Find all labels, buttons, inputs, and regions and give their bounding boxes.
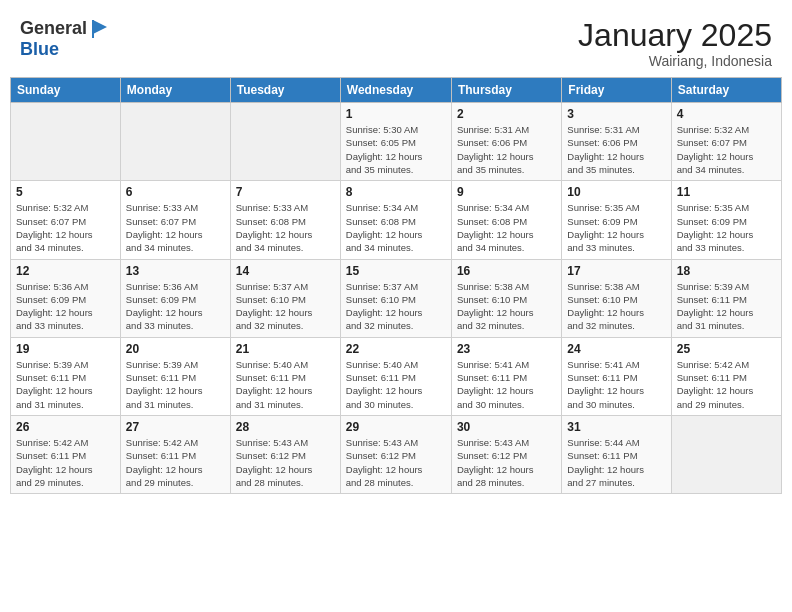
day-number: 10: [567, 185, 665, 199]
calendar-cell: 24Sunrise: 5:41 AMSunset: 6:11 PMDayligh…: [562, 337, 671, 415]
weekday-header-wednesday: Wednesday: [340, 78, 451, 103]
calendar-cell: [230, 103, 340, 181]
day-number: 14: [236, 264, 335, 278]
day-number: 23: [457, 342, 556, 356]
day-info: Sunrise: 5:36 AMSunset: 6:09 PMDaylight:…: [126, 280, 225, 333]
calendar-cell: 21Sunrise: 5:40 AMSunset: 6:11 PMDayligh…: [230, 337, 340, 415]
day-number: 13: [126, 264, 225, 278]
day-number: 2: [457, 107, 556, 121]
day-number: 26: [16, 420, 115, 434]
day-info: Sunrise: 5:32 AMSunset: 6:07 PMDaylight:…: [16, 201, 115, 254]
day-info: Sunrise: 5:30 AMSunset: 6:05 PMDaylight:…: [346, 123, 446, 176]
day-number: 25: [677, 342, 776, 356]
weekday-header-monday: Monday: [120, 78, 230, 103]
day-number: 8: [346, 185, 446, 199]
day-number: 20: [126, 342, 225, 356]
day-info: Sunrise: 5:39 AMSunset: 6:11 PMDaylight:…: [16, 358, 115, 411]
day-info: Sunrise: 5:39 AMSunset: 6:11 PMDaylight:…: [677, 280, 776, 333]
logo-flag-icon: [89, 18, 111, 40]
calendar-week-3: 12Sunrise: 5:36 AMSunset: 6:09 PMDayligh…: [11, 259, 782, 337]
calendar-week-5: 26Sunrise: 5:42 AMSunset: 6:11 PMDayligh…: [11, 415, 782, 493]
day-number: 5: [16, 185, 115, 199]
day-number: 21: [236, 342, 335, 356]
logo-blue: Blue: [20, 39, 59, 59]
calendar-cell: 4Sunrise: 5:32 AMSunset: 6:07 PMDaylight…: [671, 103, 781, 181]
calendar-cell: 28Sunrise: 5:43 AMSunset: 6:12 PMDayligh…: [230, 415, 340, 493]
day-number: 15: [346, 264, 446, 278]
day-number: 19: [16, 342, 115, 356]
day-number: 4: [677, 107, 776, 121]
calendar-cell: 16Sunrise: 5:38 AMSunset: 6:10 PMDayligh…: [451, 259, 561, 337]
calendar-cell: 14Sunrise: 5:37 AMSunset: 6:10 PMDayligh…: [230, 259, 340, 337]
day-info: Sunrise: 5:41 AMSunset: 6:11 PMDaylight:…: [567, 358, 665, 411]
day-info: Sunrise: 5:32 AMSunset: 6:07 PMDaylight:…: [677, 123, 776, 176]
day-info: Sunrise: 5:40 AMSunset: 6:11 PMDaylight:…: [236, 358, 335, 411]
calendar-week-2: 5Sunrise: 5:32 AMSunset: 6:07 PMDaylight…: [11, 181, 782, 259]
calendar-cell: 17Sunrise: 5:38 AMSunset: 6:10 PMDayligh…: [562, 259, 671, 337]
day-number: 16: [457, 264, 556, 278]
day-number: 12: [16, 264, 115, 278]
calendar-cell: [671, 415, 781, 493]
calendar-cell: 5Sunrise: 5:32 AMSunset: 6:07 PMDaylight…: [11, 181, 121, 259]
calendar-title: January 2025: [578, 18, 772, 53]
day-info: Sunrise: 5:37 AMSunset: 6:10 PMDaylight:…: [346, 280, 446, 333]
day-number: 27: [126, 420, 225, 434]
calendar-cell: 27Sunrise: 5:42 AMSunset: 6:11 PMDayligh…: [120, 415, 230, 493]
day-info: Sunrise: 5:43 AMSunset: 6:12 PMDaylight:…: [457, 436, 556, 489]
calendar-cell: 20Sunrise: 5:39 AMSunset: 6:11 PMDayligh…: [120, 337, 230, 415]
day-info: Sunrise: 5:31 AMSunset: 6:06 PMDaylight:…: [567, 123, 665, 176]
calendar-cell: 11Sunrise: 5:35 AMSunset: 6:09 PMDayligh…: [671, 181, 781, 259]
day-info: Sunrise: 5:31 AMSunset: 6:06 PMDaylight:…: [457, 123, 556, 176]
day-info: Sunrise: 5:34 AMSunset: 6:08 PMDaylight:…: [346, 201, 446, 254]
day-info: Sunrise: 5:35 AMSunset: 6:09 PMDaylight:…: [677, 201, 776, 254]
day-number: 3: [567, 107, 665, 121]
calendar-table: SundayMondayTuesdayWednesdayThursdayFrid…: [10, 77, 782, 494]
calendar-cell: 22Sunrise: 5:40 AMSunset: 6:11 PMDayligh…: [340, 337, 451, 415]
calendar-cell: [120, 103, 230, 181]
weekday-header-thursday: Thursday: [451, 78, 561, 103]
calendar-cell: 18Sunrise: 5:39 AMSunset: 6:11 PMDayligh…: [671, 259, 781, 337]
calendar-cell: 10Sunrise: 5:35 AMSunset: 6:09 PMDayligh…: [562, 181, 671, 259]
day-number: 1: [346, 107, 446, 121]
day-info: Sunrise: 5:42 AMSunset: 6:11 PMDaylight:…: [126, 436, 225, 489]
day-info: Sunrise: 5:35 AMSunset: 6:09 PMDaylight:…: [567, 201, 665, 254]
day-number: 11: [677, 185, 776, 199]
day-info: Sunrise: 5:37 AMSunset: 6:10 PMDaylight:…: [236, 280, 335, 333]
calendar-cell: 29Sunrise: 5:43 AMSunset: 6:12 PMDayligh…: [340, 415, 451, 493]
day-info: Sunrise: 5:41 AMSunset: 6:11 PMDaylight:…: [457, 358, 556, 411]
calendar-cell: 8Sunrise: 5:34 AMSunset: 6:08 PMDaylight…: [340, 181, 451, 259]
calendar-cell: 15Sunrise: 5:37 AMSunset: 6:10 PMDayligh…: [340, 259, 451, 337]
calendar-cell: 6Sunrise: 5:33 AMSunset: 6:07 PMDaylight…: [120, 181, 230, 259]
calendar-cell: 3Sunrise: 5:31 AMSunset: 6:06 PMDaylight…: [562, 103, 671, 181]
calendar-cell: [11, 103, 121, 181]
day-info: Sunrise: 5:40 AMSunset: 6:11 PMDaylight:…: [346, 358, 446, 411]
calendar-cell: 26Sunrise: 5:42 AMSunset: 6:11 PMDayligh…: [11, 415, 121, 493]
day-info: Sunrise: 5:39 AMSunset: 6:11 PMDaylight:…: [126, 358, 225, 411]
calendar-cell: 12Sunrise: 5:36 AMSunset: 6:09 PMDayligh…: [11, 259, 121, 337]
calendar-cell: 25Sunrise: 5:42 AMSunset: 6:11 PMDayligh…: [671, 337, 781, 415]
day-info: Sunrise: 5:36 AMSunset: 6:09 PMDaylight:…: [16, 280, 115, 333]
day-number: 18: [677, 264, 776, 278]
logo: General Blue: [20, 18, 111, 60]
calendar-cell: 1Sunrise: 5:30 AMSunset: 6:05 PMDaylight…: [340, 103, 451, 181]
day-number: 30: [457, 420, 556, 434]
weekday-header-friday: Friday: [562, 78, 671, 103]
calendar-cell: 9Sunrise: 5:34 AMSunset: 6:08 PMDaylight…: [451, 181, 561, 259]
day-info: Sunrise: 5:42 AMSunset: 6:11 PMDaylight:…: [677, 358, 776, 411]
day-info: Sunrise: 5:43 AMSunset: 6:12 PMDaylight:…: [236, 436, 335, 489]
calendar-week-1: 1Sunrise: 5:30 AMSunset: 6:05 PMDaylight…: [11, 103, 782, 181]
day-number: 28: [236, 420, 335, 434]
day-info: Sunrise: 5:34 AMSunset: 6:08 PMDaylight:…: [457, 201, 556, 254]
page-header: General Blue January 2025 Wairiang, Indo…: [10, 10, 782, 73]
day-number: 24: [567, 342, 665, 356]
weekday-header-tuesday: Tuesday: [230, 78, 340, 103]
weekday-header-saturday: Saturday: [671, 78, 781, 103]
calendar-cell: 19Sunrise: 5:39 AMSunset: 6:11 PMDayligh…: [11, 337, 121, 415]
calendar-cell: 23Sunrise: 5:41 AMSunset: 6:11 PMDayligh…: [451, 337, 561, 415]
logo-general: General: [20, 19, 87, 39]
calendar-cell: 13Sunrise: 5:36 AMSunset: 6:09 PMDayligh…: [120, 259, 230, 337]
title-block: January 2025 Wairiang, Indonesia: [578, 18, 772, 69]
day-number: 6: [126, 185, 225, 199]
day-info: Sunrise: 5:42 AMSunset: 6:11 PMDaylight:…: [16, 436, 115, 489]
calendar-cell: 31Sunrise: 5:44 AMSunset: 6:11 PMDayligh…: [562, 415, 671, 493]
